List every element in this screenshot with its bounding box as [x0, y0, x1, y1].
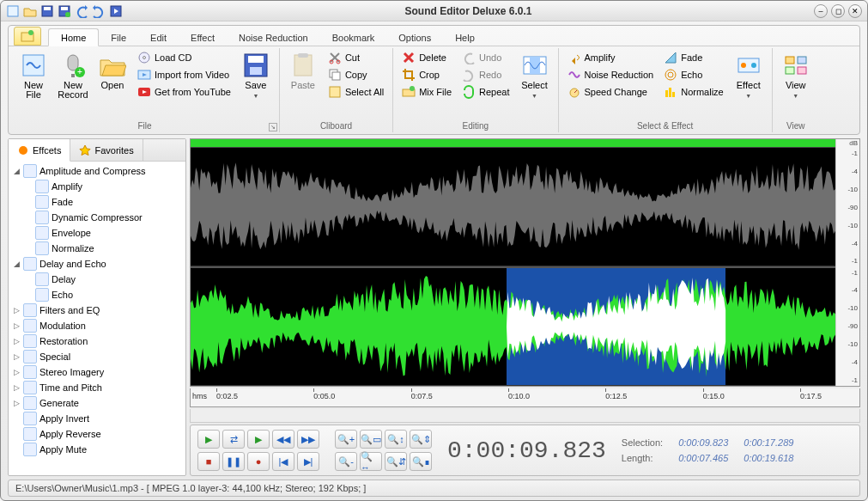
tab-bookmark[interactable]: Bookmark: [320, 29, 387, 46]
close-button[interactable]: ✕: [848, 4, 862, 18]
app-menu-button[interactable]: [14, 27, 41, 46]
qat-open-icon[interactable]: [23, 4, 37, 18]
tree-item[interactable]: ▷Time and Pitch: [10, 380, 184, 395]
minimize-button[interactable]: –: [814, 4, 828, 18]
new-record-button[interactable]: +New Record: [55, 50, 91, 101]
overview-bar[interactable]: [191, 139, 835, 148]
normalize-button[interactable]: Normalize: [660, 84, 727, 100]
paste-button[interactable]: Paste: [285, 50, 321, 92]
svg-rect-22: [298, 53, 308, 58]
tree-item[interactable]: ▷Generate: [10, 395, 184, 411]
tree-item[interactable]: ◢Amplitude and Compress: [10, 163, 184, 179]
pause-button[interactable]: ❚❚: [222, 452, 245, 471]
loop-button[interactable]: ⇄: [222, 430, 245, 449]
effect-button[interactable]: Effect▼: [731, 50, 767, 102]
tree-item[interactable]: Amplify: [10, 179, 184, 194]
tree-item[interactable]: Fade: [10, 194, 184, 210]
horizontal-scrollbar[interactable]: [190, 409, 860, 423]
stop-button[interactable]: ■: [197, 452, 220, 471]
zoom-out-v-button[interactable]: 🔍⇵: [385, 452, 407, 471]
zoom-selection-button[interactable]: 🔍▭: [360, 430, 382, 449]
goto-end-button[interactable]: ▶|: [297, 452, 319, 471]
echo-button[interactable]: Echo: [660, 67, 727, 82]
effects-tree[interactable]: ◢Amplitude and CompressAmplifyFadeDynami…: [9, 162, 185, 475]
zoom-in-button[interactable]: 🔍+: [335, 430, 357, 449]
tree-item[interactable]: ▷Restoration: [10, 333, 184, 349]
play-selection-button[interactable]: ▶: [247, 430, 270, 449]
qat-save-icon[interactable]: [40, 4, 54, 18]
tab-noise-reduction[interactable]: Noise Reduction: [227, 29, 320, 46]
zoom-all-button[interactable]: 🔍↔: [360, 452, 382, 471]
amplify-button[interactable]: Amplify: [564, 50, 658, 65]
copy-button[interactable]: Copy: [325, 67, 387, 82]
noise-reduction-button[interactable]: Noise Reduction: [564, 67, 658, 82]
view-button[interactable]: View▼: [778, 50, 814, 102]
import-from-video-button[interactable]: Import from Video: [134, 67, 234, 82]
load-cd-button[interactable]: Load CD: [134, 50, 234, 65]
tab-file[interactable]: File: [99, 29, 138, 46]
tree-item[interactable]: ▷Modulation: [10, 318, 184, 333]
record-button[interactable]: ●: [247, 452, 270, 471]
mix-file-button[interactable]: Mix File: [398, 84, 455, 100]
play-button[interactable]: ▶: [197, 430, 220, 449]
tree-item[interactable]: Normalize: [10, 241, 184, 256]
cut-button[interactable]: Cut: [325, 50, 387, 65]
save-button[interactable]: Save▼: [238, 50, 274, 102]
crop-button[interactable]: Crop: [398, 67, 455, 82]
tree-item[interactable]: Apply Invert: [10, 411, 184, 426]
zoom-out-button[interactable]: 🔍-: [335, 452, 357, 471]
select-button[interactable]: Select▼: [517, 50, 553, 102]
tab-options[interactable]: Options: [386, 29, 443, 46]
rewind-button[interactable]: ◀◀: [272, 430, 294, 449]
time-axis[interactable]: hms 0:02.50:05.00:07.50:10.00:12.50:15.0…: [190, 388, 860, 407]
speed-change-button[interactable]: Speed Change: [564, 84, 658, 100]
window-title: Sound Editor Deluxe 6.0.1: [123, 5, 814, 17]
select-all-button[interactable]: Select All: [325, 84, 387, 100]
transport-bar: ▶ ⇄ ▶ ◀◀ ▶▶ ■ ❚❚ ● |◀ ▶|: [190, 425, 860, 476]
channel-right[interactable]: [191, 266, 835, 387]
qat-undo-icon[interactable]: [75, 4, 88, 18]
qat-play-icon[interactable]: [109, 4, 123, 18]
tree-item[interactable]: Apply Reverse: [10, 426, 184, 442]
svg-rect-36: [669, 88, 671, 97]
zoom-in-v-button[interactable]: 🔍↕: [385, 430, 407, 449]
sidebar-tab-effects[interactable]: Effcets: [9, 139, 70, 162]
get-from-youtube-button[interactable]: Get from YouTube: [134, 84, 234, 100]
tree-item[interactable]: Dynamic Compressor: [10, 210, 184, 225]
qat-new-icon[interactable]: [6, 4, 20, 18]
open-button[interactable]: Open: [94, 50, 131, 92]
waveform-display[interactable]: dB -1-4-10-90-10-4-1 -1-4-10-90-10-4-1: [190, 138, 860, 387]
group-view: View▼ View: [773, 48, 819, 132]
tree-item[interactable]: ▷Stereo Imagery: [10, 364, 184, 380]
svg-rect-41: [786, 57, 794, 64]
tab-help[interactable]: Help: [443, 29, 487, 46]
qat-redo-icon[interactable]: [92, 4, 106, 18]
zoom-fit-v-button[interactable]: 🔍⇕: [410, 430, 432, 449]
delete-button[interactable]: Delete: [398, 50, 455, 65]
channel-left[interactable]: [191, 148, 835, 266]
new-file-button[interactable]: New File: [15, 50, 52, 101]
redo-button[interactable]: Redo: [458, 67, 513, 82]
qat-save-as-icon[interactable]: [58, 4, 71, 18]
undo-button[interactable]: Undo: [458, 50, 513, 65]
tree-item[interactable]: Envelope: [10, 225, 184, 241]
svg-rect-27: [330, 87, 340, 97]
tree-item[interactable]: Delay: [10, 272, 184, 287]
tree-item[interactable]: Apply Mute: [10, 442, 184, 457]
file-group-launcher[interactable]: ↘: [269, 123, 277, 131]
tree-item[interactable]: ▷Filters and EQ: [10, 302, 184, 318]
tab-home[interactable]: Home: [48, 28, 99, 46]
fade-button[interactable]: Fade: [660, 50, 727, 65]
repeat-button[interactable]: Repeat: [458, 84, 513, 100]
forward-button[interactable]: ▶▶: [297, 430, 319, 449]
goto-start-button[interactable]: |◀: [272, 452, 294, 471]
tree-item[interactable]: ◢Delay and Echo: [10, 256, 184, 272]
tab-effect[interactable]: Effect: [179, 29, 227, 46]
tree-item[interactable]: ▷Special: [10, 349, 184, 364]
svg-text:+: +: [77, 67, 82, 76]
tab-edit[interactable]: Edit: [138, 29, 179, 46]
sidebar-tab-favorites[interactable]: Favorites: [70, 139, 143, 161]
maximize-button[interactable]: ◻: [831, 4, 845, 18]
tree-item[interactable]: Echo: [10, 287, 184, 302]
zoom-reset-button[interactable]: 🔍∎: [410, 452, 432, 471]
